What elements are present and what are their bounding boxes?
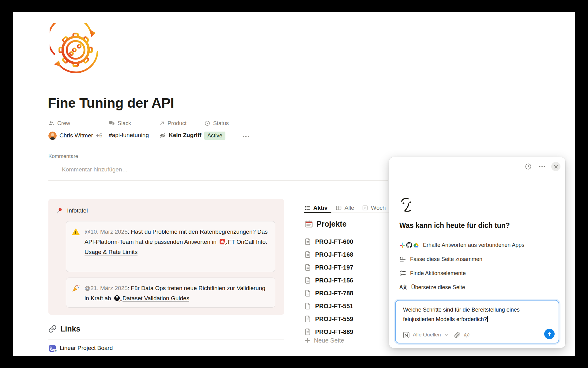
project-item[interactable]: PROJ-FT-559 — [304, 313, 353, 324]
ellipsis-icon — [539, 166, 545, 167]
ai-chat-input[interactable]: Welche Schritte sind für die Bereitstell… — [395, 300, 559, 343]
comments-heading: Kommentare — [48, 153, 78, 159]
link-arrow-icon: ↗ — [224, 242, 228, 246]
link-arrow-icon: ↗ — [119, 299, 123, 302]
ai-greeting: Was kann ich heute für dich tun? — [399, 221, 510, 230]
linear-icon: ↗ — [49, 345, 56, 352]
calendar-icon — [305, 220, 313, 228]
chat-history-button[interactable] — [524, 162, 533, 171]
attach-file-icon[interactable] — [454, 332, 461, 338]
tab-alle[interactable]: Alle — [336, 204, 354, 212]
summarize-icon — [399, 256, 406, 263]
project-item[interactable]: PROJ-FT-156 — [304, 275, 353, 286]
warning-icon — [72, 228, 80, 236]
table-view-icon — [336, 205, 342, 211]
property-product: Product Kein Zugriff — [159, 120, 202, 140]
mention-icon[interactable]: @ — [464, 332, 470, 338]
page-icon — [304, 302, 311, 310]
status-badge[interactable]: Active — [204, 132, 225, 140]
project-item[interactable]: PROJ-FT-168 — [304, 249, 353, 260]
dataset-guides-link[interactable]: Dataset Validation Guides — [123, 295, 189, 302]
crew-extra-count: +6 — [96, 132, 103, 139]
notion-ai-panel: Was kann ich heute für dich tun? — [389, 157, 565, 348]
links-section-heading: Links — [60, 324, 80, 333]
github-icon — [406, 242, 412, 248]
crew-property-label: Crew — [48, 120, 102, 127]
link-chain-icon — [48, 325, 57, 333]
avatar — [48, 132, 57, 140]
page-icon — [304, 315, 311, 323]
text-cursor — [487, 316, 488, 322]
suggestion-summarize[interactable]: Fasse diese Seite zusammen — [399, 255, 482, 264]
suggestion-action-items[interactable]: Finde Aktionselemente — [399, 269, 466, 278]
plus-icon — [304, 337, 311, 343]
product-property-label: Product — [159, 120, 202, 127]
project-item[interactable]: PROJ-FT-197 — [304, 262, 353, 273]
link-arrow-icon: ↗ — [54, 349, 57, 353]
tab-woechentlich[interactable]: Wöch — [362, 204, 386, 212]
linear-board-link-row[interactable]: ↗ Linear Project Board — [49, 345, 113, 352]
status-property-label: Status — [204, 120, 229, 127]
people-icon — [48, 120, 55, 126]
status-dropdown-icon — [204, 120, 210, 126]
project-item[interactable]: PROJ-FT-788 — [304, 288, 353, 299]
desktop-background: Fine Tuning der API Crew Chris Witmer +6 — [0, 0, 588, 368]
notion-page: Fine Tuning der API Crew Chris Witmer +6 — [13, 12, 575, 356]
pushpin-icon — [56, 207, 63, 214]
notice-date: @10. März 2025 — [85, 228, 128, 235]
page-icon — [304, 264, 311, 271]
clock-icon — [525, 163, 532, 170]
send-button[interactable] — [544, 329, 555, 339]
slack-icon — [399, 242, 405, 248]
close-icon — [554, 165, 558, 169]
chat-bubbles-icon — [109, 120, 115, 126]
active-tab-underline — [304, 212, 331, 213]
ellipsis-icon — [243, 136, 249, 137]
page-title[interactable]: Fine Tuning der API — [48, 95, 174, 111]
checklist-icon — [399, 270, 406, 277]
crew-value[interactable]: Chris Witmer +6 — [48, 131, 102, 140]
page-icon — [304, 277, 311, 284]
page-icon — [304, 289, 311, 297]
sources-selector[interactable]: Alle Quellen — [413, 332, 441, 338]
notion-ai-face-icon — [399, 196, 417, 213]
translate-icon: A文 — [399, 284, 407, 291]
crew-person-name: Chris Witmer — [59, 132, 93, 139]
list-view-icon — [304, 205, 311, 211]
eye-off-icon — [159, 132, 166, 139]
product-access-value[interactable]: Kein Zugriff — [169, 132, 202, 139]
linear-board-link[interactable]: Linear Project Board — [60, 345, 113, 352]
close-panel-button[interactable] — [551, 162, 560, 171]
page-icon — [304, 328, 311, 335]
property-status: Status Active — [204, 120, 229, 140]
more-properties-button[interactable] — [241, 133, 251, 140]
comments-divider — [48, 180, 388, 181]
infotafel-callout: Infotafel @10. März 2025: Hast du Proble… — [48, 199, 284, 315]
panel-more-button[interactable] — [537, 162, 547, 171]
arrow-up-right-icon — [159, 121, 165, 126]
projects-heading: Projekte — [316, 220, 347, 228]
page-view-icon — [362, 205, 368, 211]
notice-block: @10. März 2025: Hast du Probleme mit den… — [66, 221, 275, 272]
comment-input[interactable]: Kommentar hinzufügen… — [62, 166, 128, 173]
project-item[interactable]: PROJ-FT-551 — [304, 301, 353, 312]
eight-ball-page-icon: 8 ↗ — [114, 294, 121, 301]
notice-date: @21. März 2025 — [85, 285, 128, 291]
tab-aktiv[interactable]: Aktiv — [304, 204, 327, 212]
suggestion-connected-apps[interactable]: Erhalte Antworten aus verbundenen Apps — [399, 240, 524, 250]
page-icon — [304, 251, 311, 258]
slack-channel-link[interactable]: #api-funetuning — [109, 132, 149, 139]
project-item[interactable]: PROJ-FT-600 — [304, 236, 353, 247]
callout-title: Infotafel — [67, 207, 88, 214]
notion-logo-icon — [403, 332, 409, 338]
slack-property-label: Slack — [109, 120, 149, 127]
page-icon — [304, 238, 311, 245]
notice-block: @21. März 2025: Für Data Ops treten neue… — [66, 278, 275, 308]
chevron-down-icon[interactable] — [444, 333, 448, 336]
new-page-button[interactable]: Neue Seite — [304, 335, 344, 346]
arrow-up-icon — [547, 331, 552, 337]
page-logo-gear-icon[interactable] — [50, 23, 102, 75]
google-drive-icon — [413, 242, 419, 248]
suggestion-translate[interactable]: A文 Übersetze diese Seite — [399, 283, 465, 292]
property-crew: Crew Chris Witmer +6 — [48, 120, 102, 140]
